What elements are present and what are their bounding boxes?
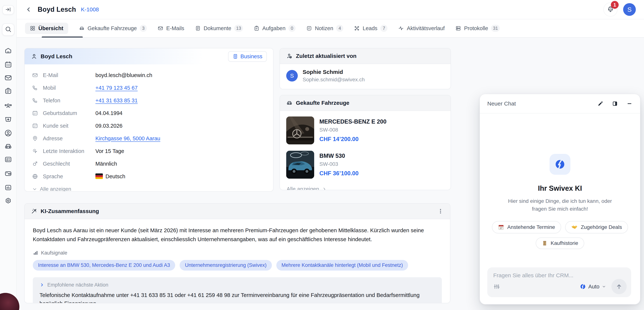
chat-message-input[interactable] (493, 272, 625, 279)
car-icon (79, 25, 84, 31)
kebab-menu-icon[interactable] (437, 208, 444, 214)
tab-label: Notizen (315, 25, 333, 31)
sidebar-search-button[interactable] (2, 23, 14, 36)
sidebar-vehicles-icon[interactable] (4, 142, 12, 151)
ai-summary-title: KI-Zusammenfassung (40, 208, 99, 214)
tab-uebersicht[interactable]: Übersicht (25, 23, 68, 34)
mail-icon (158, 25, 163, 31)
contact-show-all[interactable]: Alle anzeigen (32, 186, 273, 192)
sidebar-reports-icon[interactable] (4, 184, 12, 192)
chevron-down-icon (32, 186, 37, 192)
field-label: Mobil (43, 85, 96, 91)
tab-gekaufte-fahrzeuge[interactable]: Gekaufte Fahrzeuge 3 (79, 25, 147, 32)
phone-icon (32, 98, 43, 103)
sidebar-clipboard-icon[interactable] (4, 87, 12, 96)
tab-aufgaben[interactable]: Aufgaben 0 (254, 25, 296, 32)
field-adresse: Adresse Kirchgasse 96, 5000 Aarau (32, 132, 267, 145)
vehicle-row-mercedes[interactable]: MERCEDES-BENZ E 200 SW-008 CHF 14’200.00 (286, 117, 444, 145)
activity-pulse-icon (398, 25, 404, 31)
field-email: E-Mail boyd.lesch@bluewin.ch (32, 69, 267, 82)
svg-text:17: 17 (500, 227, 502, 229)
sidebar-home-icon[interactable] (4, 47, 12, 55)
tab-count-badge: 4 (336, 25, 343, 32)
business-badge[interactable]: Business (228, 51, 267, 62)
vehicle-code: SW-008 (320, 127, 386, 133)
tab-label: E-Mails (166, 25, 184, 31)
vehicle-row-bmw[interactable]: BMW 530 SW-003 CHF 36’100.00 (286, 151, 444, 179)
notification-badge: 1 (611, 1, 619, 9)
sidebar-settings-icon[interactable] (4, 197, 12, 206)
last-updated-title: Zuletzt aktualisiert von (296, 53, 356, 59)
new-chat-pencil-icon[interactable] (597, 101, 604, 107)
corner-decoration (0, 293, 20, 310)
tab-count-badge: 0 (288, 25, 296, 32)
field-telefon: Telefon +41 31 633 85 31 (32, 94, 267, 107)
phone-link[interactable]: +41 31 633 85 31 (96, 98, 267, 104)
chip-kaufhistorie[interactable]: Kaufhistorie (536, 237, 584, 249)
last-updated-card: Zuletzt aktualisiert von S Sophie Schmid… (280, 48, 451, 89)
field-label: E-Mail (43, 72, 96, 78)
sidebar-tasks-icon[interactable] (4, 155, 12, 164)
ai-chat-panel: Neuer Chat Ihr Swivex KI Hier sind einig… (480, 94, 640, 305)
german-flag-icon (96, 173, 103, 179)
sidebar-mail-icon[interactable] (4, 74, 12, 82)
sidebar-calendar-icon[interactable] (4, 61, 12, 69)
contact-name: Boyd Lesch (40, 53, 72, 60)
vehicles-show-all[interactable]: Alle anzeigen (286, 186, 444, 190)
mail-icon (32, 72, 43, 78)
tab-protokolle[interactable]: Protokolle 31 (456, 25, 500, 32)
tab-dokumente[interactable]: Dokumente 13 (195, 25, 243, 32)
sophie-avatar: S (286, 70, 298, 82)
user-check-icon (286, 53, 292, 59)
bolt-icon (580, 283, 586, 290)
signal-pill[interactable]: Interesse an BMW 530, Mercedes-Benz E 20… (33, 260, 175, 271)
field-value: Vor 15 Tage (96, 148, 267, 154)
notifications-button[interactable]: 1 (604, 2, 618, 16)
map-pin-icon (32, 136, 43, 142)
tab-emails[interactable]: E-Mails (158, 25, 184, 31)
contact-card: Boyd Lesch Business E-Mail boyd.lesch@bl… (24, 48, 274, 192)
tab-leads[interactable]: Leads 7 (354, 25, 388, 32)
field-value: 04.04.1994 (96, 110, 267, 116)
collapse-sidebar-button[interactable] (2, 5, 14, 14)
field-mobil: Mobil +41 79 123 45 67 (32, 82, 267, 94)
sidebar-inbox-icon[interactable] (4, 115, 12, 124)
tab-label: Übersicht (38, 25, 63, 31)
field-value: 09.03.2026 (96, 123, 267, 129)
field-value: Männlich (96, 161, 267, 167)
user-avatar[interactable]: S (623, 3, 636, 16)
mobile-phone-link[interactable]: +41 79 123 45 67 (96, 85, 267, 91)
customer-id[interactable]: K-1008 (81, 6, 99, 13)
chevron-down-icon (602, 284, 606, 289)
address-link[interactable]: Kirchgasse 96, 5000 Aarau (96, 136, 267, 142)
minimize-chat-icon[interactable] (626, 101, 633, 107)
sidebar-wallet-icon[interactable] (4, 170, 12, 178)
business-badge-label: Business (240, 53, 262, 60)
signal-pill[interactable]: Unternehmensregistrierung (Swivex) (180, 260, 272, 271)
field-value: Deutsch (96, 173, 267, 179)
chat-sidebar-toggle-icon[interactable] (612, 101, 618, 107)
grid-icon (30, 25, 36, 31)
chat-settings-sliders-icon[interactable] (493, 283, 500, 290)
tab-label: Gekaufte Fahrzeuge (88, 25, 137, 31)
tab-notizen[interactable]: Notizen 4 (306, 25, 343, 32)
ai-summary-text: Boyd Lesch aus Aarau ist ein neuer Kunde… (33, 226, 442, 244)
back-button[interactable] (25, 6, 32, 13)
sidebar-contacts-icon[interactable] (4, 102, 12, 111)
mode-label: Auto (588, 284, 600, 290)
field-label: Sprache (43, 173, 96, 179)
send-message-button[interactable] (612, 279, 627, 294)
model-mode-selector[interactable]: Auto (580, 283, 606, 290)
field-geschlecht: Geschlecht Männlich (32, 157, 267, 170)
purchased-vehicles-card: Gekaufte Fahrzeuge MERCEDES-BENZ E 200 S… (280, 95, 451, 190)
updated-by-email: Sophie.schmid@swivex.ch (302, 77, 365, 83)
tab-aktivitaetsverlauf[interactable]: Aktivitätsverlauf (398, 25, 444, 31)
signal-pill[interactable]: Mehrere Kontaktkanäle hinterlegt (Mobil … (276, 260, 408, 271)
assistant-title: Ihr Swivex KI (538, 184, 582, 192)
calendar-icon (32, 110, 43, 116)
sidebar-customer-icon[interactable] (4, 129, 12, 138)
recommended-action-toggle[interactable]: Empfohlene nächste Aktion (40, 282, 435, 288)
recommended-action-title: Empfohlene nächste Aktion (47, 282, 108, 288)
chip-anstehende-termine[interactable]: 17 Anstehende Termine (492, 221, 561, 233)
chip-zugehoerige-deals[interactable]: Zugehörige Deals (565, 221, 628, 233)
